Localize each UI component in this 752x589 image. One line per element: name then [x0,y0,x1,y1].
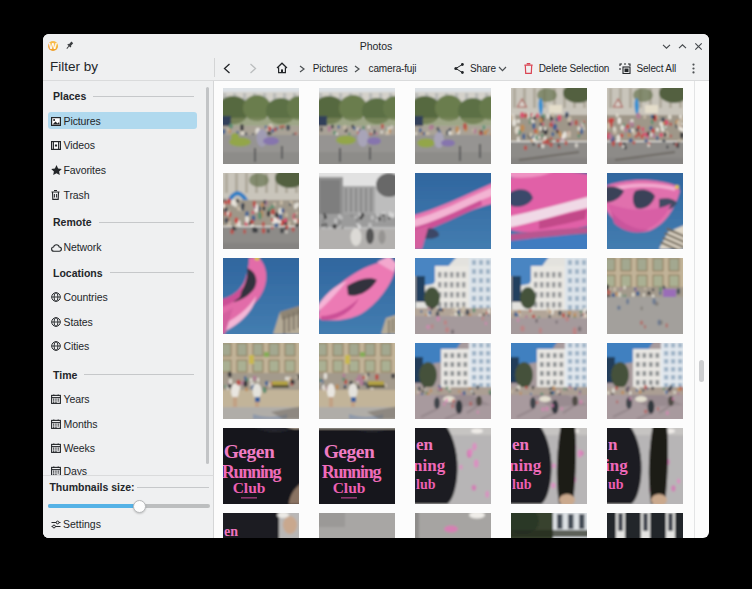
svg-text:lub: lub [416,477,436,492]
svg-text:ub: ub [608,477,624,492]
svg-text:ning: ning [511,456,542,475]
svg-text:Gegen: Gegen [324,441,375,462]
svg-text:en: en [224,524,238,538]
svg-text:Club: Club [333,479,366,496]
svg-text:en: en [512,435,530,454]
svg-text:Gegen: Gegen [224,441,275,462]
svg-text:en: en [416,435,434,454]
svg-text:ning: ning [415,456,446,475]
svg-text:ing: ing [607,456,628,475]
svg-text:n: n [608,435,618,454]
svg-text:lub: lub [512,477,532,492]
svg-text:Club: Club [233,479,266,496]
